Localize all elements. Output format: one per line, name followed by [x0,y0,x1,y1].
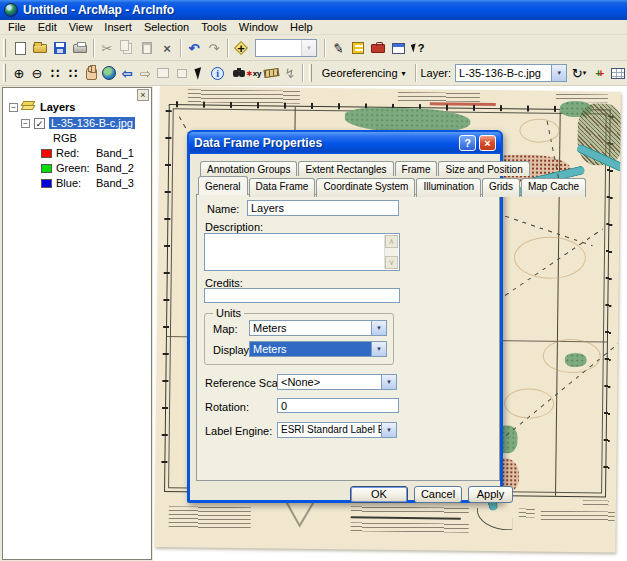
map-scale-bar [351,516,461,519]
rotation-field[interactable]: 0 [277,398,399,413]
dialog-titlebar[interactable]: Data Frame Properties ? × [189,132,501,154]
dropdown-arrow-icon[interactable]: ▼ [301,40,316,56]
menu-file[interactable]: File [2,20,32,34]
map-declination-inner [288,503,312,524]
tab-general[interactable]: General [198,176,248,195]
map-margin-text [398,92,480,102]
undo-icon[interactable]: ↶ [184,38,204,58]
layer-visibility-checkbox[interactable]: ✓ [34,118,45,129]
toc-rgb-row: RGB [53,131,77,145]
map-legend-text [519,508,535,517]
description-textarea[interactable]: ∧ ∨ [204,233,400,271]
whats-this-help-icon[interactable]: ? [408,38,428,58]
menu-edit[interactable]: Edit [32,20,63,34]
data-frame-label[interactable]: Layers [40,101,75,113]
select-elements-icon[interactable] [191,63,209,83]
apply-button[interactable]: Apply [468,486,513,503]
find-icon[interactable] [227,63,245,83]
tab-data-frame[interactable]: Data Frame [249,178,316,197]
redo-icon: ↷ [204,38,224,58]
toolbar-grip[interactable] [3,39,6,57]
dropdown-arrow-icon[interactable]: ▼ [381,423,396,437]
dialog-tabs-front-row: General Data Frame Coordinate System Ill… [198,178,587,197]
menu-insert[interactable]: Insert [98,20,138,34]
toolbar-grip[interactable] [309,64,312,82]
tab-annotation-groups[interactable]: Annotation Groups [200,161,297,176]
collapse-icon[interactable]: − [9,103,18,112]
scroll-up-icon[interactable]: ∧ [385,235,398,248]
command-window-icon[interactable] [388,38,408,58]
full-extent-icon[interactable] [100,63,118,83]
rotation-label: Rotation: [205,401,249,413]
identify-icon[interactable]: i [209,63,227,83]
window-titlebar[interactable]: Untitled - ArcMap - ArcInfo [0,0,627,20]
layer-name-selected[interactable]: L-35-136-B-c.jpg [49,117,135,129]
delete-x-icon[interactable]: × [157,38,177,58]
menu-help[interactable]: Help [284,20,319,34]
layer-combobox[interactable]: L-35-136-B-c.jpg ▼ [455,64,567,82]
save-icon[interactable] [50,38,70,58]
back-extent-icon[interactable]: ⇦ [118,63,136,83]
fixed-zoom-in-icon[interactable]: ∷ [46,63,64,83]
map-units-label: Map: [213,323,237,335]
add-control-points-icon[interactable]: ++ [591,63,609,83]
tab-coordinate-system[interactable]: Coordinate System [316,178,415,197]
new-document-icon[interactable] [10,38,30,58]
green-band-swatch [41,164,52,173]
print-icon[interactable] [70,38,90,58]
zoom-in-icon[interactable]: ⊕ [10,63,28,83]
tools-toolbar: ⊕ ⊖ ∷ ∷ ⇦ ⇨ i ∗xy ↯ Georeferencing ▾ Lay… [0,61,627,86]
map-contour [519,118,559,142]
toolbar-grip[interactable] [3,64,6,82]
scale-combobox[interactable]: ▼ [255,39,317,57]
dialog-help-icon[interactable]: ? [459,135,476,151]
editor-pencil-icon[interactable]: ✎ [328,38,348,58]
cancel-button[interactable]: Cancel [414,486,462,503]
map-legend-text [169,506,251,529]
menu-view[interactable]: View [63,20,99,34]
display-units-combobox[interactable]: Meters ▼ [249,341,387,357]
menu-window[interactable]: Window [233,20,284,34]
rotate-icon[interactable]: ↻▾ [567,63,590,83]
toc-root-row[interactable]: − Layers [9,100,75,114]
collapse-icon[interactable]: − [21,119,30,128]
reference-scale-combobox[interactable]: <None> ▼ [277,374,397,390]
tab-extent-rectangles[interactable]: Extent Rectangles [298,161,393,176]
tab-size-and-position[interactable]: Size and Position [438,161,529,176]
open-folder-icon[interactable] [30,38,50,58]
dropdown-arrow-icon[interactable]: ▼ [381,375,396,389]
dropdown-arrow-icon[interactable]: ▼ [371,321,386,335]
credits-field[interactable] [204,288,400,303]
georeferencing-menu[interactable]: Georeferencing ▾ [316,65,412,81]
pan-icon[interactable] [82,63,100,83]
go-to-xy-icon[interactable]: ∗xy [245,63,263,83]
layer-label: Layer: [420,67,451,79]
scroll-down-icon[interactable]: ∨ [385,256,398,269]
measure-icon[interactable] [263,63,281,83]
data-frame-properties-dialog[interactable]: Data Frame Properties ? × Annotation Gro… [187,130,503,503]
textarea-scrollbar[interactable]: ∧ ∨ [384,235,398,269]
fixed-zoom-out-icon[interactable]: ∷ [64,63,82,83]
tab-map-cache[interactable]: Map Cache [521,178,586,197]
name-field[interactable]: Layers [247,200,399,216]
arctoolbox-icon[interactable] [368,38,388,58]
dropdown-arrow-icon[interactable]: ▼ [551,65,566,81]
zoom-out-icon[interactable]: ⊖ [28,63,46,83]
dialog-close-icon[interactable]: × [479,135,496,151]
toc-close-icon[interactable]: × [137,89,149,101]
menu-selection[interactable]: Selection [138,20,195,34]
dropdown-arrow-icon[interactable]: ▼ [371,342,386,356]
tab-frame[interactable]: Frame [395,161,438,176]
map-units-combobox[interactable]: Meters ▼ [249,320,387,336]
units-groupbox: Units Map: Meters ▼ Display: Meters ▼ [204,313,394,365]
label-engine-combobox[interactable]: ESRI Standard Label Engine ▼ [277,422,397,438]
arccatalog-icon[interactable] [348,38,368,58]
ok-button[interactable]: OK [350,486,408,503]
tab-grids[interactable]: Grids [482,178,520,197]
menu-tools[interactable]: Tools [195,20,233,34]
tab-illumination[interactable]: Illumination [416,178,481,197]
add-data-icon[interactable]: + [231,38,251,58]
view-link-table-icon[interactable] [609,63,627,83]
toc-layer-row[interactable]: − ✓ L-35-136-B-c.jpg [21,116,135,130]
table-of-contents-panel[interactable]: × − Layers − ✓ L-35-136-B-c.jpg RGB Re [2,87,152,560]
